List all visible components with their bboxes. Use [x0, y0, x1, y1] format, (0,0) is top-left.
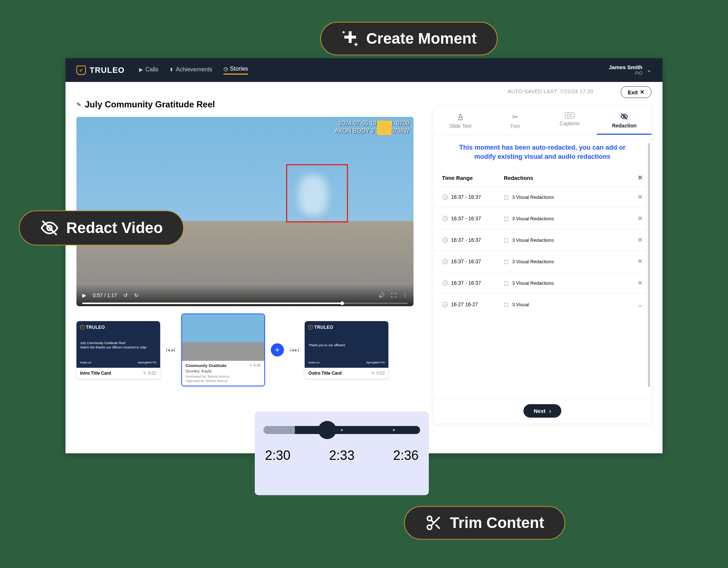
eye-off-icon [620, 113, 628, 121]
eye-off-icon [40, 218, 59, 237]
exit-label: Exit [628, 89, 638, 95]
title-row: ✎ July Community Gratitude Reel [76, 99, 422, 110]
callout-create-moment: Create Moment [320, 22, 498, 55]
clip-active[interactable]: Community Gratitude✎0:30 Gronley, Kayla … [181, 313, 265, 386]
clip-strip: ✓TRULEO July Community Gratitude Reel Wa… [76, 313, 422, 386]
play-icon[interactable]: ▶ [82, 292, 86, 298]
story-title: July Community Gratitude Reel [85, 99, 215, 110]
chevron-down-icon: ⌄ [647, 67, 652, 73]
redaction-row[interactable]: 🕓16:37 - 16:37 ⬚3 Visual Redactions ✕ [433, 251, 652, 272]
redaction-row[interactable]: 🕓16:37 - 16:37 ⬚3 Visual Redactions ✕ [433, 272, 652, 293]
fullscreen-icon[interactable]: ⛶ [391, 292, 396, 298]
svg-line-7 [436, 525, 440, 529]
logo: ✓ TRULEO [76, 66, 124, 75]
shield-icon: ✓ [76, 66, 86, 75]
clock-icon: 🕓 [442, 237, 448, 243]
scrubber-thumb[interactable] [318, 421, 336, 439]
reorder-arrows[interactable]: I◂ ▸I [166, 347, 175, 353]
tab-trim[interactable]: ✂ Trim [488, 107, 542, 135]
bar-chart-icon: ⬍ [169, 67, 174, 72]
tab-captions[interactable]: CC Captions [542, 107, 597, 135]
volume-icon[interactable]: 🔊 [378, 292, 384, 298]
callout-label: Redact Video [66, 219, 163, 237]
progress-track[interactable] [82, 303, 408, 304]
autosave-label: AUTO-SAVED LAST: 7/22/24 17:20 [508, 88, 594, 94]
more-icon[interactable]: ⋮ [403, 292, 408, 298]
nav-achievements-label: Achievements [176, 66, 213, 73]
chevron-right-icon: › [549, 408, 551, 414]
scrubber-label: 2:33 [329, 448, 355, 463]
axon-badge-icon [377, 121, 392, 135]
add-clip-button[interactable]: + [271, 343, 284, 356]
clip-duration: 0:02 [376, 371, 385, 376]
app-window: ✓ TRULEO ▶ Calls ⬍ Achievements ◷ Storie… [66, 58, 662, 453]
svg-line-8 [431, 520, 434, 523]
tab-redaction[interactable]: Redaction [597, 107, 652, 135]
clock-icon: 🕓 [442, 194, 448, 200]
redaction-row[interactable]: 🕓16·27 16·27 ⬚3 Visual ⌄ [433, 293, 652, 315]
scissors-icon [425, 514, 443, 532]
close-icon[interactable]: ✕ [628, 174, 643, 182]
forward-10-icon[interactable]: ↻ [134, 292, 139, 298]
clip-duration: 0:02 [148, 371, 157, 376]
nav-calls[interactable]: ▶ Calls [139, 66, 158, 75]
user-role: PIO [609, 71, 642, 76]
tab-slide-text[interactable]: A Slide Text [433, 107, 488, 135]
video-time: 0:57 / 1:17 [93, 292, 117, 298]
nav-achievements[interactable]: ⬍ Achievements [169, 66, 213, 75]
svg-point-4 [427, 516, 432, 521]
text-icon: A [458, 113, 463, 121]
redaction-headers: Time Range Redactions ✕ [433, 169, 652, 186]
remove-icon[interactable]: ✕ [628, 236, 643, 244]
selection-icon: ⬚ [504, 237, 509, 243]
callout-trim-content: Trim Content [404, 506, 565, 540]
redaction-row[interactable]: 🕓16:37 - 16:37 ⬚3 Visual Redactions ✕ [433, 186, 652, 208]
nav-stories[interactable]: ◷ Stories [223, 66, 248, 75]
redaction-row[interactable]: 🕓16:37 - 16:37 ⬚3 Visual Redactions ✕ [433, 229, 652, 251]
next-button[interactable]: Next › [523, 404, 561, 418]
nav: ▶ Calls ⬍ Achievements ◷ Stories [139, 66, 248, 75]
redaction-bounding-box[interactable] [286, 164, 348, 222]
nav-calls-label: Calls [145, 66, 158, 73]
callout-label: Trim Content [450, 514, 544, 532]
sparkle-plus-icon [341, 30, 359, 47]
remove-icon[interactable]: ✕ [628, 193, 643, 201]
user-name: James Smith [609, 64, 642, 71]
selection-icon: ⬚ [504, 301, 509, 307]
scissors-icon: ✂ [512, 113, 518, 121]
play-box-icon: ▶ [139, 67, 143, 72]
trim-scrubber[interactable]: 2:30 2:33 2:36 [255, 411, 429, 495]
stories-icon: ◷ [223, 66, 228, 72]
remove-icon[interactable]: ✕ [628, 257, 643, 265]
pencil-icon: ✎ [371, 371, 375, 376]
expand-icon[interactable]: ⌄ [628, 300, 643, 308]
scrubber-track[interactable] [264, 426, 420, 434]
redaction-list: 🕓16:37 - 16:37 ⬚3 Visual Redactions ✕ 🕓1… [433, 186, 652, 315]
close-icon: ✕ [640, 89, 645, 95]
clip-outro[interactable]: ✓TRULEO Thank you to our officers! trule… [305, 321, 388, 379]
scrubber-label: 2:30 [265, 448, 290, 463]
user-menu[interactable]: James Smith PIO ⌄ [609, 64, 652, 76]
video-metadata-overlay: 2024-07-05 18:01:38 -0700 AXON BODY 3 X6… [335, 120, 409, 135]
topbar: ✓ TRULEO ▶ Calls ⬍ Achievements ◷ Storie… [66, 58, 662, 82]
selection-icon: ⬚ [504, 194, 509, 200]
selection-icon: ⬚ [504, 280, 509, 286]
callout-label: Create Moment [366, 30, 476, 47]
rewind-10-icon[interactable]: ↺ [123, 292, 128, 298]
pencil-icon[interactable]: ✎ [76, 101, 81, 108]
callout-redact-video: Redact Video [19, 210, 184, 245]
clip-intro[interactable]: ✓TRULEO July Community Gratitude Reel Wa… [76, 321, 160, 379]
redaction-row[interactable]: 🕓16:37 - 16:37 ⬚3 Visual Redactions ✕ [433, 208, 652, 229]
clip-title: Intro Title Card [80, 371, 111, 376]
selection-icon: ⬚ [504, 216, 509, 221]
remove-icon[interactable]: ✕ [628, 279, 643, 287]
clip-title: Outro Title Card [308, 371, 341, 376]
pencil-icon: ✎ [143, 371, 147, 376]
nav-stories-label: Stories [230, 66, 248, 72]
clock-icon: 🕓 [442, 259, 448, 264]
exit-button[interactable]: Exit ✕ [621, 86, 652, 98]
reorder-arrows[interactable]: I◂ ▸I [290, 347, 299, 353]
scrollbar[interactable] [648, 143, 650, 387]
captions-icon: CC [565, 113, 574, 118]
remove-icon[interactable]: ✕ [628, 214, 643, 222]
